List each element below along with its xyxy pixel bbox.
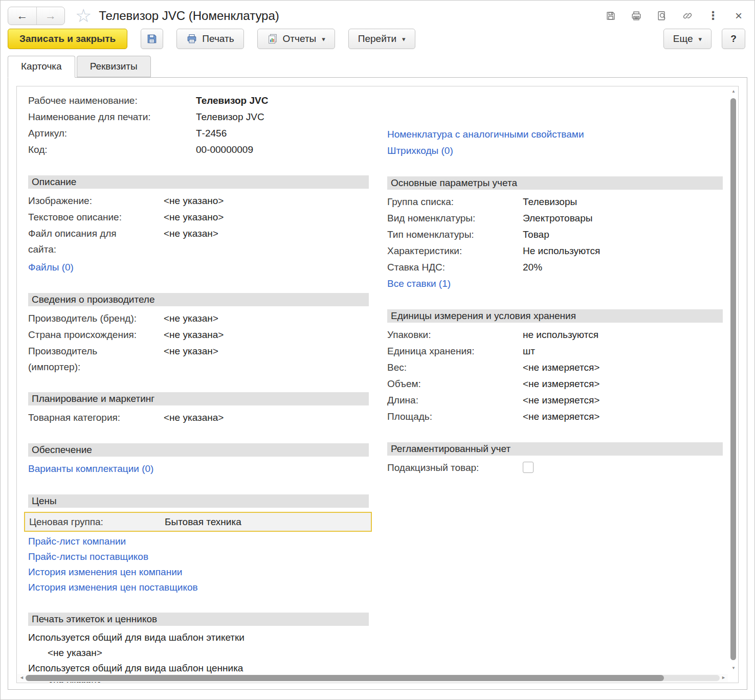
section-manufacturer: Сведения о производителе Производитель (…	[28, 293, 369, 375]
vertical-scrollbar-thumb[interactable]	[730, 98, 736, 660]
right-top-spacer	[387, 93, 723, 126]
more-label: Еще	[673, 33, 693, 44]
kit-variants-link[interactable]: Варианты комплектации (0)	[28, 461, 369, 477]
barcodes-link[interactable]: Штрихкоды (0)	[387, 143, 723, 159]
back-button[interactable]: ←	[8, 7, 36, 25]
help-label: ?	[730, 33, 737, 44]
length-value: <не измеряется>	[523, 392, 599, 409]
horizontal-scrollbar-thumb[interactable]	[26, 675, 664, 681]
weight-label: Вес:	[387, 359, 523, 375]
save-button[interactable]	[141, 29, 163, 49]
print-button[interactable]: Печать	[176, 29, 243, 49]
volume-value: <не измеряется>	[523, 376, 599, 392]
history-nav-group: ← →	[8, 7, 65, 25]
tab-bar: Карточка Реквизиты	[8, 56, 747, 77]
back-arrow-icon: ←	[17, 9, 28, 22]
save-and-close-label: Записать и закрыть	[19, 33, 116, 44]
supplier-price-history-link-text[interactable]: История изменения цен поставщиков	[28, 582, 198, 593]
nomenclature-card-window: ← → ☆ Телевизор JVC (Номенклатура) ⋮ ×	[0, 0, 755, 700]
company-price-history-link-text[interactable]: История изменения цен компании	[28, 567, 182, 577]
section-description-header: Описание	[28, 175, 369, 189]
text-description-row: Текстовое описание: <не указано>	[28, 209, 369, 225]
scroll-down-icon[interactable]: ▼	[729, 666, 738, 670]
scroll-right-icon[interactable]: ►	[721, 675, 726, 680]
close-icon[interactable]: ×	[732, 9, 745, 22]
print-icon[interactable]	[630, 9, 643, 22]
kebab-menu-icon[interactable]: ⋮	[706, 9, 720, 22]
length-label: Длина:	[387, 392, 523, 408]
navigate-label: Перейти	[358, 33, 396, 44]
link-icon[interactable]	[681, 9, 694, 22]
save-and-close-button[interactable]: Записать и закрыть	[8, 29, 127, 49]
tab-details[interactable]: Реквизиты	[77, 56, 151, 77]
working-name-row: Рабочее наименование: Телевизор JVC	[28, 93, 369, 109]
label-template-text: Используется общий для вида шаблон этике…	[28, 630, 369, 645]
supplier-price-lists-link-text[interactable]: Прайс-листы поставщиков	[28, 551, 148, 562]
horizontal-scrollbar-track[interactable]	[26, 675, 720, 681]
card-content: Рабочее наименование: Телевизор JVC Наим…	[17, 86, 738, 683]
characteristics-label: Характеристики:	[387, 243, 523, 259]
files-link[interactable]: Файлы (0)	[28, 259, 369, 276]
characteristics-row: Характеристики: Не используются	[387, 243, 723, 259]
text-description-label: Текстовое описание:	[28, 209, 164, 225]
code-row: Код: 00-00000009	[28, 142, 369, 158]
print-name-value: Телевизор JVC	[196, 109, 264, 125]
weight-value: <не измеряется>	[523, 359, 599, 376]
list-group-value: Телевизоры	[523, 194, 577, 210]
category-value: <не указана>	[164, 410, 224, 426]
volume-label: Объем:	[387, 376, 523, 392]
area-value: <не измеряется>	[523, 409, 599, 425]
titlebar-actions: ⋮ ×	[604, 9, 745, 22]
tab-card[interactable]: Карточка	[8, 56, 75, 78]
right-column: Номенклатура с аналогичными свойствами Ш…	[387, 93, 723, 683]
excisable-row: Подакцизный товар:	[387, 460, 723, 476]
reports-button[interactable]: Отчеты ▾	[257, 29, 335, 49]
all-rates-link[interactable]: Все ставки (1)	[387, 276, 723, 292]
price-group-row-highlighted[interactable]: Ценовая группа: Бытовая техника	[24, 512, 372, 532]
code-value: 00-00000009	[196, 142, 253, 158]
barcodes-link-text[interactable]: Штрихкоды (0)	[387, 145, 453, 156]
navigate-button[interactable]: Перейти ▾	[348, 29, 415, 49]
scroll-left-icon[interactable]: ◄	[19, 675, 24, 680]
list-group-label: Группа списка:	[387, 194, 523, 210]
company-price-list-link-text[interactable]: Прайс-лист компании	[28, 536, 126, 547]
scroll-up-icon[interactable]: ▲	[729, 89, 738, 94]
company-price-list-link[interactable]: Прайс-лист компании	[28, 534, 369, 549]
section-planning-header: Планирование и маркетинг	[28, 392, 369, 405]
price-links: Прайс-лист компании Прайс-листы поставщи…	[28, 534, 369, 595]
importer-value: <не указан>	[164, 343, 218, 375]
kit-variants-link-text[interactable]: Варианты комплектации (0)	[28, 463, 153, 474]
section-units: Единицы измерения и условия хранения Упа…	[387, 309, 723, 425]
section-labels-printing-header: Печать этикеток и ценников	[28, 613, 369, 626]
vertical-scrollbar[interactable]: ▲ ▼	[729, 87, 738, 671]
horizontal-scrollbar[interactable]: ◄ ►	[17, 674, 728, 682]
preview-icon[interactable]	[655, 9, 669, 22]
supplier-price-lists-link[interactable]: Прайс-листы поставщиков	[28, 549, 369, 564]
files-link-text[interactable]: Файлы (0)	[28, 262, 74, 273]
all-rates-link-text[interactable]: Все ставки (1)	[387, 278, 451, 289]
section-labels-printing: Печать этикеток и ценников Используется …	[28, 613, 369, 683]
supplier-price-history-link[interactable]: История изменения цен поставщиков	[28, 580, 369, 595]
packages-row: Упаковки: не используются	[387, 327, 723, 343]
toolbar: Записать и закрыть Печать Отчеты ▾ Перей…	[1, 27, 754, 56]
help-button[interactable]: ?	[722, 29, 745, 49]
save-icon[interactable]	[604, 9, 617, 22]
favorite-star-icon[interactable]: ☆	[75, 7, 92, 25]
country-label: Страна происхождения:	[28, 327, 164, 343]
similar-properties-link[interactable]: Номенклатура с аналогичными свойствами	[387, 126, 723, 143]
nomenclature-type-value: Товар	[523, 227, 549, 243]
vat-rate-value: 20%	[523, 259, 542, 276]
section-units-header: Единицы измерения и условия хранения	[387, 309, 723, 323]
excisable-checkbox[interactable]	[523, 462, 534, 473]
storage-unit-value: шт	[523, 343, 535, 359]
article-row: Артикул: Т-2456	[28, 125, 369, 142]
company-price-history-link[interactable]: История изменения цен компании	[28, 564, 369, 580]
toolbar-right: Еще ▾ ?	[663, 29, 745, 49]
similar-properties-link-text[interactable]: Номенклатура с аналогичными свойствами	[387, 129, 584, 140]
chevron-down-icon: ▾	[322, 35, 325, 43]
forward-button[interactable]: →	[36, 7, 64, 25]
more-button[interactable]: Еще ▾	[663, 29, 712, 49]
area-label: Площадь:	[387, 409, 523, 424]
working-name-value: Телевизор JVC	[196, 93, 268, 109]
site-file-value: <не указан>	[164, 225, 218, 257]
